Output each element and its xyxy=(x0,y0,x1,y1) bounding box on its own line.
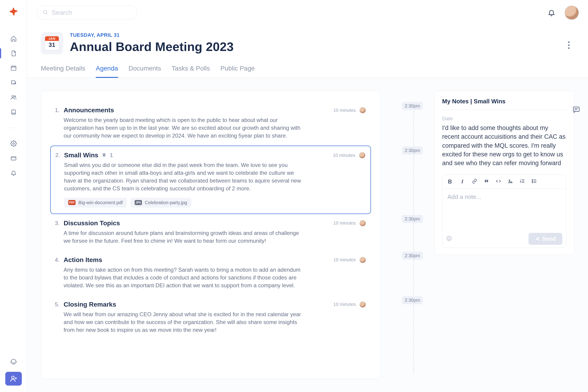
time-pill: 2:30pm xyxy=(402,215,423,223)
item-description: We will hear from our amazing CEO Jenny … xyxy=(64,310,302,334)
nav-home-icon[interactable] xyxy=(10,35,17,42)
svg-point-3 xyxy=(13,143,14,144)
timeline: 2:30pm2:30pm2:30pm2:30pm2:30pm xyxy=(402,91,425,379)
item-number: 4. xyxy=(54,256,60,289)
agenda-item[interactable]: 2. Small Wins 1 10 minutes Small wins yo… xyxy=(50,146,371,214)
nav-settings-icon[interactable] xyxy=(10,140,17,147)
nav-book-icon[interactable] xyxy=(10,108,17,116)
agenda-item[interactable]: 3. Discussion Topics 10 minutes A time f… xyxy=(50,214,371,251)
item-title: Action Items xyxy=(64,256,102,264)
svg-point-6 xyxy=(12,376,14,379)
item-owner-avatar[interactable] xyxy=(359,152,366,158)
search-input[interactable] xyxy=(51,9,134,16)
item-owner-avatar[interactable] xyxy=(360,107,366,114)
nav-billing-icon[interactable] xyxy=(10,154,17,162)
nav-divider xyxy=(8,128,19,128)
chat-rail-icon[interactable] xyxy=(572,106,580,114)
file-chip[interactable]: JPGCelebration-party.jpg xyxy=(130,198,191,208)
tab-documents[interactable]: Documents xyxy=(128,65,161,78)
nav-calendar-icon[interactable] xyxy=(10,64,17,72)
item-number: 3. xyxy=(54,220,60,245)
item-owner-avatar[interactable] xyxy=(360,301,366,308)
svg-point-9 xyxy=(509,180,510,181)
italic-icon[interactable]: I xyxy=(460,179,465,185)
svg-point-10 xyxy=(532,179,533,180)
agenda-item[interactable]: 5. Closing Remarks 10 minutes We will he… xyxy=(50,295,371,340)
timeline-rail xyxy=(414,104,414,374)
item-description: Welcome to the yearly board meeting whic… xyxy=(64,116,302,140)
tab-public-page[interactable]: Public Page xyxy=(220,65,255,78)
page-title: Annual Board Meeting 2023 xyxy=(70,40,234,54)
list-bullet-icon[interactable] xyxy=(532,178,537,185)
svg-point-11 xyxy=(532,181,533,182)
send-button[interactable]: Send xyxy=(528,233,562,245)
file-chip[interactable]: PDFBig-win-document.pdf xyxy=(64,198,127,208)
list-ordered-icon[interactable] xyxy=(520,178,525,185)
time-pill: 2:30pm xyxy=(402,146,423,154)
notes-date-label: Date xyxy=(442,116,566,122)
item-number: 5. xyxy=(54,301,60,334)
file-name: Big-win-document.pdf xyxy=(78,200,123,205)
user-avatar[interactable] xyxy=(564,6,579,20)
header-date: TUESDAY, APRIL 31 xyxy=(70,32,234,38)
svg-point-2 xyxy=(14,96,16,97)
tab-tasks-polls[interactable]: Tasks & Polls xyxy=(172,65,210,78)
add-user-button[interactable] xyxy=(5,372,22,386)
calendar-month: JAN xyxy=(45,36,59,41)
more-options-icon[interactable] xyxy=(568,41,570,49)
item-title: Announcements xyxy=(64,106,114,114)
nav-document-icon[interactable] xyxy=(10,50,17,57)
svg-rect-16 xyxy=(573,107,579,112)
item-number: 1. xyxy=(54,106,60,140)
svg-point-15 xyxy=(450,238,450,238)
item-owner-avatar[interactable] xyxy=(360,220,366,226)
tab-meeting-details[interactable]: Meeting Details xyxy=(41,65,85,78)
note-editor: B I Add a note... Send xyxy=(442,174,566,248)
code-icon[interactable] xyxy=(496,178,501,185)
time-pill: 2:30pm xyxy=(402,296,423,304)
bold-icon[interactable]: B xyxy=(447,179,453,185)
notes-body: I'd like to add some thoughts about my r… xyxy=(442,124,566,168)
agenda-item[interactable]: 1. Announcements 10 minutes Welcome to t… xyxy=(50,101,371,146)
svg-point-14 xyxy=(448,238,448,238)
svg-point-5 xyxy=(11,360,16,364)
editor-toolbar: B I xyxy=(442,175,566,189)
agenda-card: 1. Announcements 10 minutes Welcome to t… xyxy=(41,91,380,379)
time-pill: 2:30pm xyxy=(402,252,423,260)
item-description: Any items to take action on from this me… xyxy=(64,266,302,289)
item-duration: 10 minutes xyxy=(333,302,356,307)
svg-rect-8 xyxy=(103,153,104,154)
nav-notifications-icon[interactable] xyxy=(10,169,17,176)
item-number: 2. xyxy=(54,152,60,207)
send-label: Send xyxy=(542,236,556,242)
item-description: A time for discussion around future plan… xyxy=(64,229,302,245)
file-type-badge: PDF xyxy=(68,200,76,205)
note-textarea[interactable]: Add a note... xyxy=(442,189,566,230)
search-field[interactable] xyxy=(36,6,137,20)
item-owner-avatar[interactable] xyxy=(360,257,366,263)
emoji-icon[interactable] xyxy=(446,236,452,242)
svg-rect-4 xyxy=(11,156,16,160)
nav-users-icon[interactable] xyxy=(10,94,17,101)
item-title: Discussion Topics xyxy=(64,220,120,227)
item-description: Small wins you did or someone else did i… xyxy=(64,161,303,192)
nav-comment-icon[interactable] xyxy=(10,79,17,86)
item-duration: 10 minutes xyxy=(333,108,356,113)
link-icon[interactable] xyxy=(472,178,477,185)
svg-point-12 xyxy=(532,182,533,183)
quote-icon[interactable] xyxy=(484,178,489,185)
item-title: Closing Remarks xyxy=(64,301,116,308)
attachment-icon xyxy=(102,152,106,158)
brand-logo[interactable] xyxy=(8,7,18,18)
tab-agenda[interactable]: Agenda xyxy=(96,65,118,78)
item-duration: 10 minutes xyxy=(333,257,356,262)
image-icon[interactable] xyxy=(508,178,513,185)
calendar-day: 31 xyxy=(49,41,55,48)
svg-point-7 xyxy=(44,10,47,14)
notes-title: My Notes | Small Wins xyxy=(442,98,566,110)
svg-point-1 xyxy=(12,95,14,97)
nav-support-icon[interactable] xyxy=(10,358,17,365)
agenda-item[interactable]: 4. Action Items 10 minutes Any items to … xyxy=(50,251,371,295)
item-duration: 10 minutes xyxy=(333,153,355,158)
bell-icon[interactable] xyxy=(548,9,556,16)
